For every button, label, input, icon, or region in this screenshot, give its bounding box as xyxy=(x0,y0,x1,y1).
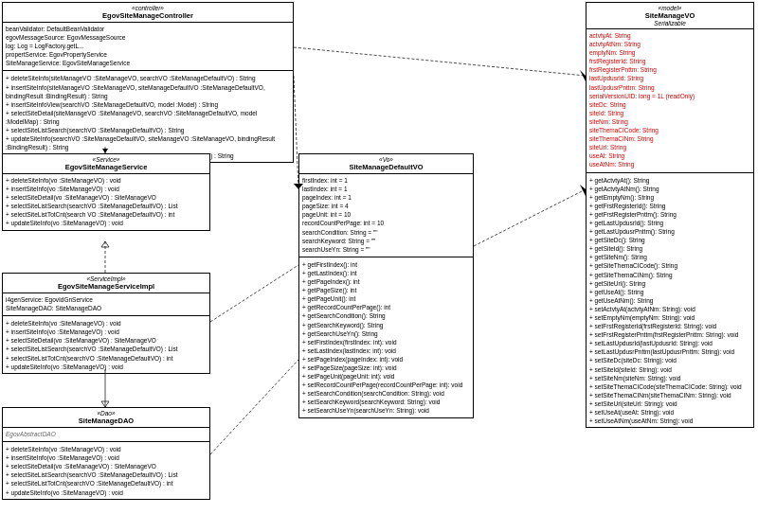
vo-default-classname: SiteManageDefaultVO xyxy=(302,163,470,171)
controller-stereotype: «controller» xyxy=(6,5,290,11)
service-method-3: + selectSiteListSearch(searchVO :SiteMan… xyxy=(6,202,207,210)
serviceimpl-method-2: + selectSiteDetail(vo :SiteManageVO) : S… xyxy=(6,336,207,345)
controller-field-1: egovMessageSource: EgovMessageSource xyxy=(6,33,290,42)
controller-field-3: propertService: EgovPropertyService xyxy=(6,50,290,59)
vo-method-25: + setSiteThemaCINm(siteThemaCINm: String… xyxy=(589,391,750,399)
vo-field-12: siteThemaCINm: String xyxy=(589,134,750,143)
vo-field-6: lastUpdusrPnttm: String xyxy=(589,83,750,92)
vo-model-classname: SiteManageVO xyxy=(589,11,750,20)
svg-line-13 xyxy=(210,265,298,322)
vo-default-method-8: + getSearchUseYn(): String xyxy=(302,329,470,338)
vo-method-17: + setFrstRegisterId(frstRegisterId: Stri… xyxy=(589,322,750,330)
vo-method-0: + getActvtyAt(): String xyxy=(589,176,750,185)
vo-field-2: emptyNm: String xyxy=(589,48,750,57)
vo-method-14: + getUseAtNm(): String xyxy=(589,296,750,305)
vo-default-method-14: + setRecordCountPerPage(recordCountPerPa… xyxy=(302,381,470,389)
serviceimpl-methods: + deleteSiteInfo(vo :SiteManageVO) : voi… xyxy=(3,317,209,373)
dao-method-3: + selectSiteListSearch(searchVO :SiteMan… xyxy=(6,470,207,479)
serviceimpl-field-0: i4genService: EgovIdGnService xyxy=(6,295,207,304)
service-method-0: + deleteSiteInfo(vo :SiteManageVO) : voi… xyxy=(6,176,207,185)
controller-fields: beanValidator: DefaultBeanValidator egov… xyxy=(3,23,293,69)
controller-method-1: + insertSiteInfo(siteManageVO :SiteManag… xyxy=(6,83,290,100)
vo-method-4: + getFrstRegisterPnttm(): String xyxy=(589,210,750,219)
vo-field-15: useAtNm: String xyxy=(589,160,750,168)
vo-field-8: siteDc: String xyxy=(589,100,750,109)
vo-model-stereotype: «model» xyxy=(589,5,750,11)
vo-default-method-6: + getSearchCondition(): String xyxy=(302,311,470,320)
dao-stereotype: «Dao» xyxy=(6,410,207,417)
controller-classname: EgovSiteManageController xyxy=(6,11,290,20)
dao-extends: EgovAbstractDAO xyxy=(3,428,209,440)
serviceimpl-method-3: + selectSiteListSearch(searchVO :SiteMan… xyxy=(6,345,207,353)
vo-default-method-11: + setPageIndex(pageIndex: int): void xyxy=(302,355,470,364)
vo-field-11: siteThemaCICode: String xyxy=(589,126,750,134)
controller-box: «controller» EgovSiteManageController be… xyxy=(2,2,294,163)
dao-classname: SiteManageDAO xyxy=(6,417,207,425)
vo-default-box: «Vo» SiteManageDefaultVO firstIndex: int… xyxy=(298,153,474,418)
service-methods: + deleteSiteInfo(vo :SiteManageVO) : voi… xyxy=(3,174,209,230)
vo-field-0: actvtyAt: String xyxy=(589,31,750,40)
vo-default-header: «Vo» SiteManageDefaultVO xyxy=(299,154,473,174)
vo-default-field-4: pageUnit: int = 10 xyxy=(302,210,470,219)
vo-default-field-8: searchUseYn: String = "" xyxy=(302,245,470,254)
controller-method-3: + selectSiteDetail(siteManageVO :SiteMan… xyxy=(6,109,290,126)
vo-default-method-7: + getSearchKeyword(): String xyxy=(302,321,470,329)
vo-default-method-12: + setPageSize(pageSize: int): void xyxy=(302,364,470,372)
vo-method-26: + setSiteUrl(siteUrl: String): void xyxy=(589,399,750,408)
service-interface-box: «Service» EgovSiteManageService + delete… xyxy=(2,153,210,231)
dao-method-4: + selectSiteListTotCnt(searchVO :SiteMan… xyxy=(6,479,207,488)
controller-method-0: + deleteSiteInfo(siteManageVO :SiteManag… xyxy=(6,74,290,82)
svg-line-10 xyxy=(474,189,586,246)
vo-default-field-3: pageSize: int = 4 xyxy=(302,202,470,210)
vo-method-15: + setActvtyAt(actvtyAtNm: String): void xyxy=(589,305,750,313)
vo-default-method-5: + getRecordCountPerPage(): int xyxy=(302,303,470,311)
vo-method-22: + setSiteId(siteId: String): void xyxy=(589,365,750,374)
vo-method-23: + setSiteNm(siteNm: String): void xyxy=(589,374,750,382)
vo-field-3: frstRegisterId: String xyxy=(589,57,750,65)
vo-model-box: «model» SiteManageVO Serializable actvty… xyxy=(586,2,754,428)
vo-default-field-5: recordCountPerPage: int = 10 xyxy=(302,219,470,227)
controller-field-2: log: Log = LogFactory.getL... xyxy=(6,42,290,50)
svg-line-8 xyxy=(294,47,586,76)
vo-default-method-2: + getPageIndex(): int xyxy=(302,277,470,286)
serviceimpl-method-4: + selectSiteListTotCnt(searchVO :SiteMan… xyxy=(6,354,207,363)
service-method-5: + updateSiteInfo(vo :SiteManageVO) : voi… xyxy=(6,219,207,227)
vo-method-13: + getUseAt(): String xyxy=(589,288,750,296)
controller-method-2: + insertSiteInfoView(searchVO :SiteManag… xyxy=(6,100,290,109)
vo-field-1: actvtyAtNm: String xyxy=(589,40,750,48)
vo-default-method-3: + getPageSize(): int xyxy=(302,286,470,294)
vo-default-field-2: pageIndex: int = 1 xyxy=(302,193,470,202)
vo-method-12: + getSiteUrl(): String xyxy=(589,279,750,288)
dao-header: «Dao» SiteManageDAO xyxy=(3,408,209,428)
vo-default-method-13: + setPageUnit(pageUnit: int): void xyxy=(302,372,470,381)
vo-method-1: + getActvtyAtNm(): String xyxy=(589,185,750,193)
vo-field-14: useAt: String xyxy=(589,151,750,160)
dao-methods: + deleteSiteInfo(vo :SiteManageVO) : voi… xyxy=(3,443,209,499)
controller-method-5: + updateSiteInfo(searchVO :SiteManageDef… xyxy=(6,134,290,151)
controller-field-4: SiteManageService: EgovSiteManageService xyxy=(6,59,290,67)
vo-method-10: + getSiteThemaCICode(): String xyxy=(589,261,750,270)
vo-default-method-17: + setSearchUseYn(searchUseYn: String): v… xyxy=(302,406,470,415)
service-interface-header: «Service» EgovSiteManageService xyxy=(3,154,209,174)
vo-method-28: + setUseAtNm(useAtNm: String): void xyxy=(589,417,750,425)
vo-default-method-15: + setSearchCondition(searchCondition: St… xyxy=(302,389,470,398)
vo-default-method-10: + setLastIndex(lastIndex: int): void xyxy=(302,346,470,355)
dao-method-2: + selectSiteDetail(vo :SiteManageVO) : S… xyxy=(6,462,207,470)
dao-method-1: + insertSiteInfo(vo :SiteManageVO) : voi… xyxy=(6,453,207,462)
vo-model-methods: + getActvtyAt(): String + getActvtyAtNm(… xyxy=(587,174,753,428)
vo-field-7: serialVersionUID: long = 1L (readOnly) xyxy=(589,92,750,100)
vo-default-stereotype: «Vo» xyxy=(302,156,470,163)
vo-default-method-9: + setFirstIndex(firstIndex: int): void xyxy=(302,338,470,346)
vo-field-4: frstRegisterPnttm: String xyxy=(589,65,750,74)
svg-line-12 xyxy=(210,360,298,454)
serviceimpl-method-5: + updateSiteInfo(vo :SiteManageVO) : voi… xyxy=(6,363,207,371)
service-method-2: + selectSiteDetail(vo :SiteManageVO) : S… xyxy=(6,193,207,202)
vo-default-field-0: firstIndex: int = 1 xyxy=(302,176,470,185)
vo-field-9: siteId: String xyxy=(589,109,750,117)
serviceimpl-header: «ServiceImpl» EgovSiteManageServiceImpl xyxy=(3,274,209,293)
vo-method-18: + setFrstRegisterPnttm(frstRegisterPnttm… xyxy=(589,330,750,339)
service-classname: EgovSiteManageService xyxy=(6,163,207,171)
vo-model-fields: actvtyAt: String actvtyAtNm: String empt… xyxy=(587,29,753,171)
controller-method-4: + selectSiteListSearch(searchVO :SiteMan… xyxy=(6,126,290,134)
serviceimpl-method-1: + insertSiteInfo(vo :SiteManageVO) : voi… xyxy=(6,328,207,336)
